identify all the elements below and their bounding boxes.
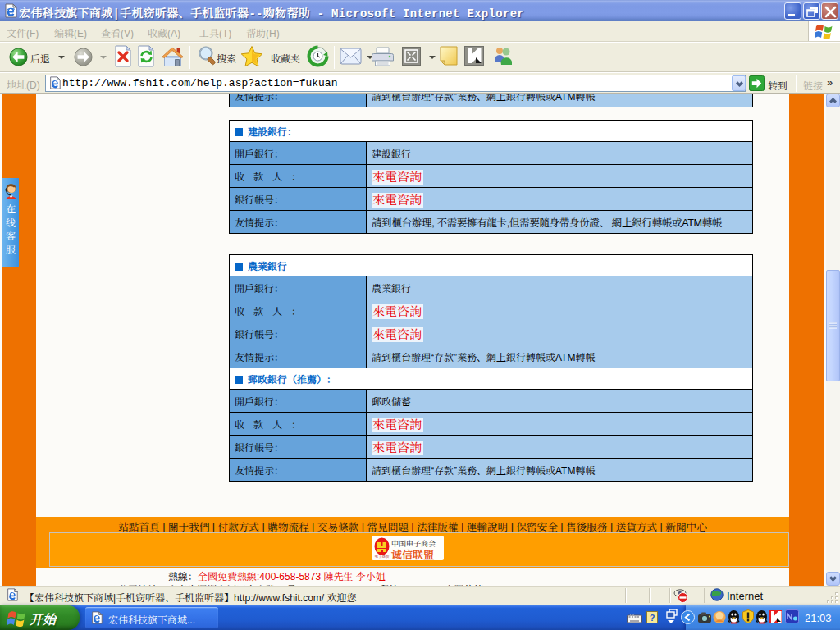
svg-text:电子商会: 电子商会 <box>375 554 390 559</box>
